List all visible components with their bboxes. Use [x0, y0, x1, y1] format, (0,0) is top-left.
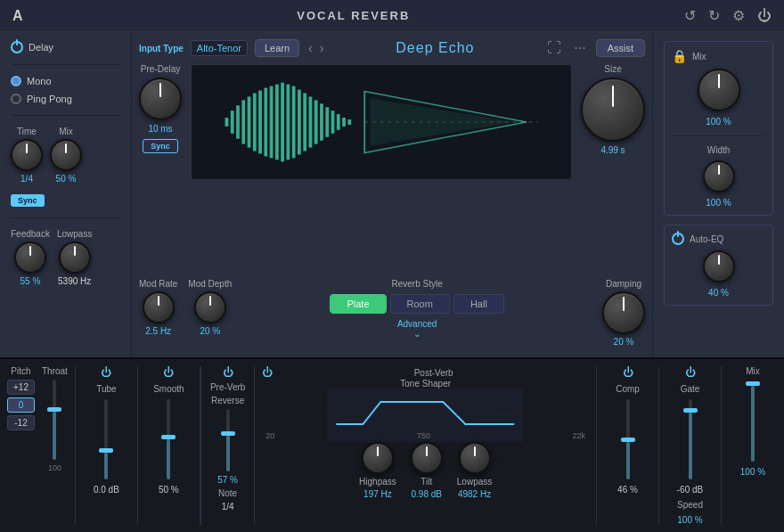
comp-power-icon[interactable]: ⏻ — [623, 366, 633, 379]
reverse-value: 57 % — [217, 475, 238, 485]
mix-left-label: Mix — [59, 127, 73, 136]
lowpass-ts-knob[interactable] — [459, 442, 491, 474]
power-icon[interactable]: ⏻ — [757, 8, 772, 24]
preset-name: Deep Echo — [332, 40, 537, 56]
tube-fader[interactable] — [104, 399, 108, 479]
mix-left-knob[interactable] — [50, 139, 82, 171]
highpass-knob[interactable] — [362, 442, 394, 474]
next-arrow[interactable]: › — [318, 41, 326, 55]
reverse-power-icon[interactable]: ⏻ — [223, 366, 233, 379]
gate-db-value: -60 dB — [677, 485, 703, 495]
predelay-sync-button[interactable]: Sync — [143, 139, 178, 153]
svg-rect-12 — [292, 86, 296, 159]
top-bar-icons: ↺ ↻ ⚙ ⏻ — [684, 7, 772, 24]
tube-power-icon[interactable]: ⏻ — [101, 366, 111, 379]
svg-rect-14 — [303, 94, 306, 151]
mod-depth-knob[interactable] — [194, 291, 226, 323]
predelay-value: 10 ms — [148, 124, 172, 134]
comp-section: ⏻ Comp 46 % — [597, 366, 659, 525]
input-type-value[interactable]: Alto-Tenor — [191, 40, 248, 56]
gate-power-icon[interactable]: ⏻ — [685, 366, 696, 379]
learn-button[interactable]: Learn — [255, 39, 299, 57]
damping-label: Damping — [606, 279, 641, 289]
input-type-label: Input Type — [139, 44, 184, 53]
damping-knob[interactable] — [602, 291, 645, 334]
mod-rate-knob[interactable] — [143, 291, 175, 323]
reverse-fader[interactable] — [226, 409, 230, 471]
svg-rect-4 — [248, 96, 251, 147]
mix-bottom-value: 100 % — [740, 467, 765, 477]
predelay-knob[interactable] — [139, 78, 182, 120]
smooth-fader[interactable] — [167, 399, 170, 479]
ts-freq-mid: 750 — [417, 431, 430, 440]
lowpass-group: Lowpass 5390 Hz — [57, 229, 92, 286]
svg-rect-13 — [298, 90, 301, 155]
auto-eq-knob[interactable] — [703, 250, 735, 282]
pitch-plus12-btn[interactable]: +12 — [7, 380, 35, 395]
svg-rect-11 — [287, 85, 290, 160]
room-button[interactable]: Room — [390, 294, 450, 314]
tilt-knob[interactable] — [411, 442, 443, 474]
note-label: Note — [218, 488, 237, 498]
undo-icon[interactable]: ↺ — [684, 7, 696, 24]
lowpass-ts-value: 4982 Hz — [458, 489, 491, 499]
preverb-inner: ⏻ Pre-Verb Reverse 57 % Note 1/4 — [210, 366, 245, 512]
prev-arrow[interactable]: ‹ — [306, 41, 314, 55]
plate-button[interactable]: Plate — [330, 294, 386, 314]
feedback-group: Feedback 55 % — [11, 229, 50, 286]
delay-power-icon[interactable] — [11, 41, 23, 53]
highpass-value: 197 Hz — [363, 489, 392, 499]
left-panel: Delay Mono Ping Pong Time 1/4 Mix 50 % — [0, 32, 132, 357]
mix-knob[interactable] — [698, 69, 740, 111]
mix-bottom-fader[interactable] — [751, 381, 755, 462]
size-label: Size — [604, 64, 621, 74]
smooth-power-icon[interactable]: ⏻ — [163, 366, 174, 379]
gate-fader[interactable] — [689, 399, 692, 479]
mono-toggle[interactable]: Mono — [11, 76, 120, 86]
gate-speed-value: 100 % — [677, 515, 702, 525]
postverb-header: ⏻ Post-Verb — [262, 366, 589, 379]
redo-icon[interactable]: ↻ — [708, 7, 720, 24]
feedback-knob[interactable] — [14, 241, 46, 274]
hall-button[interactable]: Hall — [453, 294, 504, 314]
time-mix-row: Time 1/4 Mix 50 % — [11, 127, 120, 184]
ping-pong-toggle[interactable]: Ping Pong — [11, 94, 120, 104]
gate-label: Gate — [681, 384, 700, 394]
throat-value: 100 — [48, 463, 61, 472]
note-value: 1/4 — [222, 502, 234, 512]
ping-pong-radio[interactable] — [11, 94, 21, 104]
assist-button[interactable]: Assist — [596, 39, 645, 57]
lock-icon[interactable]: 🔒 — [672, 49, 687, 63]
mod-depth-value: 20 % — [200, 326, 220, 336]
advanced-link[interactable]: Advanced ⌄ — [397, 319, 437, 339]
time-group: Time 1/4 — [11, 127, 43, 184]
width-knob[interactable] — [703, 160, 735, 192]
gate-section: ⏻ Gate -60 dB Speed 100 % — [659, 366, 722, 525]
mono-radio[interactable] — [11, 76, 21, 86]
menu-icon[interactable]: ··· — [571, 40, 588, 56]
svg-rect-9 — [275, 85, 279, 160]
pitch-minus12-btn[interactable]: -12 — [7, 415, 35, 430]
pitch-throat-section: Pitch +12 0 -12 Throat 100 — [0, 366, 76, 525]
size-value: 4.99 s — [600, 145, 625, 155]
size-knob[interactable] — [581, 78, 645, 142]
mod-depth-label: Mod Depth — [188, 279, 232, 289]
settings-icon[interactable]: ⚙ — [732, 7, 745, 24]
sync-button[interactable]: Sync — [11, 194, 45, 207]
auto-eq-power-icon[interactable] — [672, 233, 684, 245]
mix-value: 100 % — [706, 117, 731, 127]
postverb-power-icon[interactable]: ⏻ — [262, 366, 273, 379]
smooth-label: Smooth — [153, 384, 184, 394]
delay-toggle[interactable]: Delay — [11, 41, 120, 53]
svg-rect-1 — [231, 110, 234, 134]
lowpass-knob[interactable] — [59, 241, 91, 274]
svg-rect-22 — [347, 119, 351, 125]
svg-rect-6 — [258, 91, 262, 154]
pitch-0-btn[interactable]: 0 — [7, 397, 35, 413]
throat-fader[interactable] — [53, 380, 56, 460]
svg-rect-19 — [331, 110, 335, 134]
app-title: VOCAL REVERB — [297, 9, 410, 22]
comp-fader[interactable] — [626, 399, 630, 479]
expand-icon[interactable]: ⛶ — [544, 40, 564, 56]
time-knob[interactable] — [11, 139, 43, 171]
